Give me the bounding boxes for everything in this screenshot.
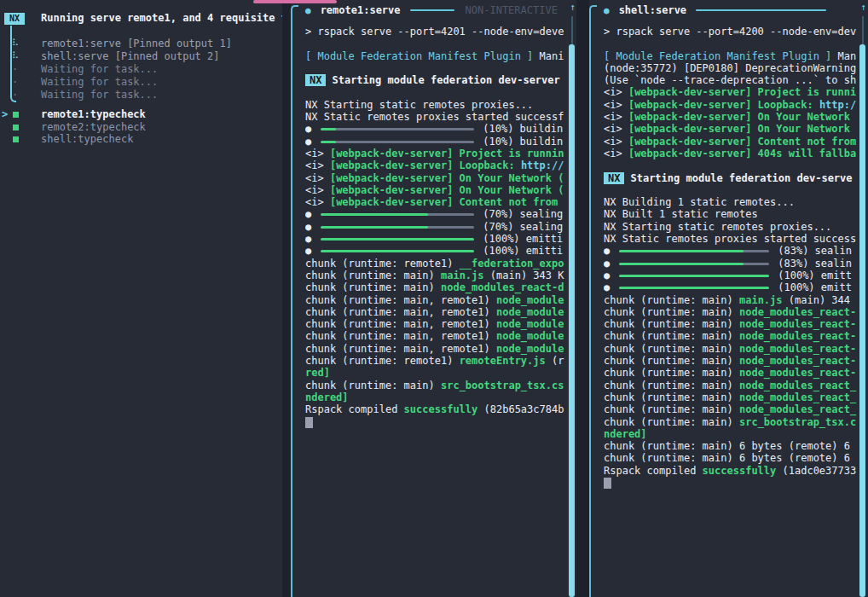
terminal-text: main.js xyxy=(441,270,484,281)
terminal-line: chunk (runtime: main) src_bootstrap_tsx.… xyxy=(604,416,858,428)
terminal-text: [webpack-dev-server] Project is runni xyxy=(628,86,856,98)
scrollbar[interactable]: ↑ xyxy=(569,2,576,597)
terminal-text: [webpack-dev-server] On Your Network xyxy=(628,111,850,123)
progress-bar-fill xyxy=(619,275,769,277)
terminal-text: [webpack-dev-server] Project is runnin xyxy=(330,148,564,159)
task-label: Waiting for task... xyxy=(41,89,158,101)
progress-label: (100%) emitti xyxy=(483,245,563,257)
task-label: remote1:typecheck xyxy=(41,108,146,120)
waiting-dot-icon: · xyxy=(12,89,18,101)
task-row[interactable]: ·Waiting for task... xyxy=(0,76,282,89)
terminal-text: (82b65a3c784b xyxy=(477,403,564,415)
scroll-up-icon[interactable]: ↑ xyxy=(859,2,867,14)
progress-bar-fill xyxy=(321,213,428,216)
terminal-line: [ Module Federation Manifest Plugin ] Ma… xyxy=(604,50,858,62)
terminal-line: ndered] xyxy=(604,428,858,440)
terminal-text: > rspack serve --port=4200 --node-env=de… xyxy=(604,26,856,38)
header-rule xyxy=(696,9,826,11)
terminal-line: ●(10%) buildin xyxy=(305,136,569,148)
terminal-text: node_modules_react- xyxy=(739,318,856,330)
pinned-task-list: ⠧remote1:serve [Pinned output 1]⠧shell:s… xyxy=(0,38,282,101)
task-row[interactable]: ⠧remote1:serve [Pinned output 1] xyxy=(0,38,282,50)
terminal-line: NX Built 1 static remotes xyxy=(604,208,858,220)
terminal-text: node_modules_react-d xyxy=(441,281,564,293)
terminal-text: node_module xyxy=(496,330,564,342)
progress-bar xyxy=(321,213,474,216)
terminal-line: <i> [webpack-dev-server] Project is runn… xyxy=(305,148,569,159)
terminal-output-shell-serve: > rspack serve --port=4200 --node-env=de… xyxy=(604,26,858,597)
terminal-line: > rspack serve --port=4201 --node-env=de… xyxy=(305,26,569,38)
terminal-text: __federation_expo xyxy=(460,258,564,270)
pane-title: shell:serve xyxy=(619,4,686,16)
task-row[interactable]: ·Waiting for task... xyxy=(0,63,282,76)
terminal-text: src_bootstrap_tsx.cs xyxy=(441,380,564,391)
terminal-text: http:/ xyxy=(819,99,856,111)
progress-bar-fill xyxy=(619,263,744,265)
terminal-text: chunk (runtime: main, remote1) xyxy=(305,318,496,330)
progress-bullet-icon: ● xyxy=(604,258,610,270)
progress-bar-fill xyxy=(321,250,474,252)
terminal-cursor xyxy=(604,478,611,489)
terminal-text: (r xyxy=(546,355,564,367)
scroll-up-icon[interactable]: ↑ xyxy=(569,2,576,14)
progress-bullet-icon: ● xyxy=(305,245,311,257)
task-row[interactable]: ·Waiting for task... xyxy=(0,89,282,101)
selection-arrow-icon: > xyxy=(2,108,8,120)
terminal-text: chunk (runtime: remote1) xyxy=(305,258,460,270)
terminal-text: node_modules_react- xyxy=(739,343,856,355)
task-row[interactable]: shell:typecheck xyxy=(0,133,282,146)
terminal-text: [webpack-dev-server] Loopback: xyxy=(628,99,819,111)
progress-bar xyxy=(321,226,474,229)
terminal-line: NX Static remotes proxies started succes… xyxy=(604,233,858,245)
terminal-line: (Use `node --trace-deprecation ...` to s… xyxy=(604,74,858,86)
terminal-text: <i> xyxy=(604,99,628,111)
progress-bar xyxy=(321,238,474,241)
terminal-line: > rspack serve --port=4200 --node-env=de… xyxy=(604,26,858,38)
task-row[interactable]: remote2:typecheck xyxy=(0,121,282,134)
terminal-line: <i> [webpack-dev-server] On Your Network xyxy=(604,123,858,135)
pane-header-shell-serve[interactable]: ● shell:serve xyxy=(604,3,826,17)
scrollbar-thumb[interactable] xyxy=(569,44,575,597)
task-row[interactable]: ⠧shell:serve [Pinned output 2] xyxy=(0,50,282,63)
scrollbar-thumb[interactable] xyxy=(859,44,865,597)
progress-bar-fill xyxy=(321,141,336,143)
square-icon xyxy=(13,125,19,130)
terminal-pane-shell-serve: ● shell:serve > rspack serve --port=4200… xyxy=(589,0,868,597)
terminal-line xyxy=(604,184,858,196)
terminal-text: chunk (runtime: main, remote1) xyxy=(305,306,496,318)
terminal-text: node_module xyxy=(496,343,564,355)
terminal-line: Rspack compiled successfully (82b65a3c78… xyxy=(305,403,569,415)
terminal-text: <i> xyxy=(604,136,628,148)
progress-bar-fill xyxy=(321,128,336,130)
task-label: shell:serve [Pinned output 2] xyxy=(41,50,220,62)
terminal-text: [webpack-dev-server] On Your Network ( xyxy=(330,184,564,196)
nx-badge: NX xyxy=(4,13,25,25)
pane-header-remote1-serve[interactable]: ● remote1:serve NON-INTERACTIVE xyxy=(305,3,558,17)
task-label: remote1:serve [Pinned output 1] xyxy=(41,38,232,49)
terminal-text: <i> xyxy=(305,184,330,196)
terminal-line: <i> [webpack-dev-server] Content not fro… xyxy=(604,136,858,148)
task-row[interactable]: >remote1:typecheck xyxy=(0,108,282,121)
terminal-line: chunk (runtime: main) node_modules_react… xyxy=(604,318,858,330)
terminal-text: [webpack-dev-server] 404s will fallba xyxy=(628,148,856,159)
progress-bar-fill xyxy=(321,238,474,241)
terminal-text: (Use `node --trace-deprecation ...` to s… xyxy=(604,74,856,86)
terminal-line: ●(100%) emitti xyxy=(305,245,569,257)
terminal-text: chunk (runtime: main) xyxy=(604,416,739,428)
terminal-text: chunk (runtime: main) xyxy=(604,367,739,379)
terminal-text: remoteEntry.js xyxy=(460,355,546,367)
terminal-line: <i> [webpack-dev-server] 404s will fallb… xyxy=(604,148,858,159)
progress-bullet-icon: ● xyxy=(305,221,311,233)
square-icon xyxy=(13,136,19,142)
progress-label: (100%) emitt xyxy=(778,281,852,293)
terminal-text: chunk (runtime: main) 6 bytes (remote) 6 xyxy=(604,452,850,464)
terminal-text: NX Starting static remotes proxies... xyxy=(305,99,533,111)
progress-bullet-icon: ● xyxy=(604,245,610,257)
terminal-line: chunk (runtime: main) 6 bytes (remote) 6 xyxy=(604,452,858,464)
progress-label: (83%) sealin xyxy=(778,258,852,270)
terminal-line: chunk (runtime: main) node_modules_react… xyxy=(604,343,858,355)
terminal-text: Man xyxy=(831,50,856,62)
scrollbar[interactable]: ↑ xyxy=(859,2,867,597)
top-pink-accent-bar xyxy=(253,0,337,3)
progress-bar xyxy=(619,263,769,265)
